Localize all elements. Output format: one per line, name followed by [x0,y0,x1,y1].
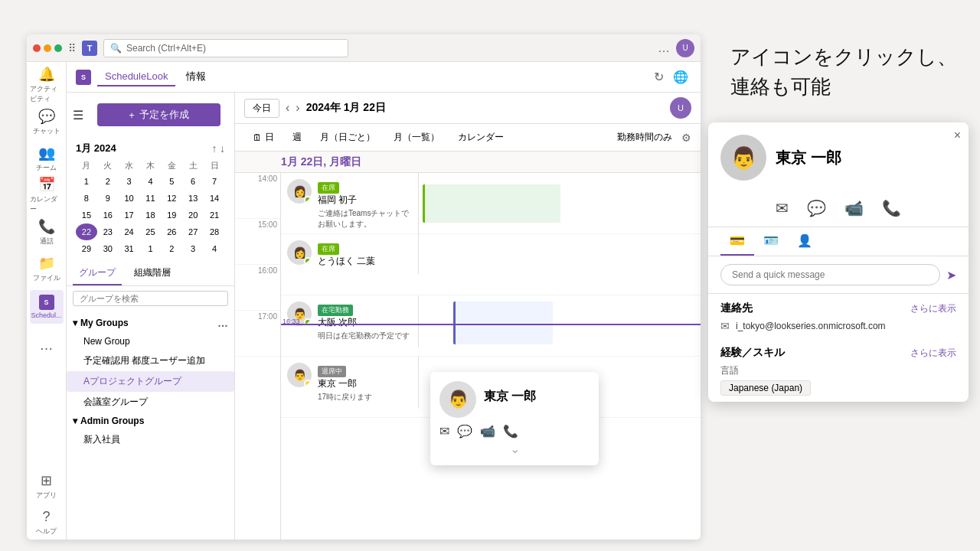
more-options-icon[interactable]: … [658,41,670,55]
cal-day-15[interactable]: 15 [76,207,97,223]
person-avatar-2[interactable]: 👩 [287,240,312,265]
pp-tab-person[interactable]: 👤 [788,227,822,256]
sidebar-item-teams[interactable]: 👥 チーム [30,142,64,175]
cal-day-29[interactable]: 29 [76,240,97,257]
tab-groups[interactable]: グループ [73,262,122,285]
hc-avatar[interactable]: 👨 [439,381,476,418]
cal-day-26[interactable]: 26 [161,223,182,240]
group-item-schedule-confirm[interactable]: 予定確認用 都度ユーザー追加 [67,350,234,371]
pp-call-icon[interactable]: 📞 [882,199,901,217]
event-block-3[interactable] [453,302,553,344]
sidebar-item-calendar[interactable]: 📅 カレンダー [30,178,64,212]
toolbar-avatar[interactable]: U [670,97,691,119]
cal-day-5[interactable]: 5 [161,173,182,190]
work-hours-button[interactable]: 勤務時間のみ [609,128,680,147]
cal-prev[interactable]: ↑ [211,142,217,155]
hc-call-icon[interactable]: 📞 [503,424,518,439]
my-groups-header[interactable]: ▾ My Groups … [67,314,234,332]
view-tab-month-list[interactable]: 月（一覧） [385,127,448,148]
search-groups-input[interactable] [73,291,228,306]
quick-message-input[interactable] [720,264,940,285]
cal-day-8[interactable]: 8 [76,190,97,207]
cal-day-10[interactable]: 10 [119,190,140,207]
cal-day-27[interactable]: 27 [182,223,204,240]
cal-day-31[interactable]: 31 [119,240,140,257]
person-avatar-4[interactable]: 👨 [287,363,312,387]
next-button[interactable]: › [296,101,299,115]
sidebar-item-calls[interactable]: 📞 通話 [30,215,64,249]
prev-button[interactable]: ‹ [286,101,289,115]
hc-video-icon[interactable]: 📹 [480,424,495,439]
pp-email-icon[interactable]: ✉ [776,199,789,217]
cal-day-2[interactable]: 2 [161,240,182,257]
view-tab-month-daily[interactable]: 月（日ごと） [312,127,384,148]
cal-day-3[interactable]: 3 [182,240,204,257]
cal-day-1[interactable]: 1 [76,173,97,190]
sidebar-item-files[interactable]: 📁 ファイル [30,252,64,285]
group-item-newcomers[interactable]: 新入社員 [67,429,234,450]
cal-day-22[interactable]: 22 [76,223,97,240]
maximize-dot[interactable] [54,44,62,52]
sidebar-item-activity[interactable]: 🔔 アクティビティ [30,68,64,102]
send-message-button[interactable]: ➤ [946,268,956,282]
pp-chat-icon[interactable]: 💬 [807,199,826,217]
person-avatar-1[interactable]: 👩 [287,179,312,204]
search-bar[interactable]: 🔍 Search (Ctrl+Alt+E) [103,39,348,57]
hamburger-icon[interactable]: ☰ [73,108,83,122]
sidebar-item-more[interactable]: … [30,328,64,362]
pp-tab-id[interactable]: 🪪 [754,227,788,256]
cal-day-23[interactable]: 23 [97,223,119,240]
pp-tab-card[interactable]: 💳 [720,227,754,256]
cal-day-28[interactable]: 28 [204,223,225,240]
sidebar-item-help[interactable]: ? ヘルプ [30,506,64,540]
cal-day-20[interactable]: 20 [182,207,204,223]
filter-icon[interactable]: ⚙ [681,132,691,144]
cal-day-13[interactable]: 13 [182,190,204,207]
tab-info[interactable]: 情報 [178,67,214,88]
admin-groups-header[interactable]: ▾ Admin Groups [67,412,234,429]
cal-day-19[interactable]: 19 [161,207,182,223]
cal-day-6[interactable]: 6 [182,173,204,190]
view-tab-week[interactable]: 週 [284,127,310,148]
cal-day-2[interactable]: 2 [97,173,119,190]
hc-email-icon[interactable]: ✉ [439,424,449,439]
pp-contact-more[interactable]: さらに表示 [910,302,956,315]
cal-day-17[interactable]: 17 [119,207,140,223]
profile-close-button[interactable]: × [954,129,961,142]
globe-icon[interactable]: 🌐 [673,70,688,84]
minimize-dot[interactable] [44,44,51,52]
today-button[interactable]: 今日 [244,99,279,118]
cal-next[interactable]: ↓ [220,142,225,155]
cal-day-4[interactable]: 4 [204,240,225,257]
cal-day-9[interactable]: 9 [97,190,119,207]
sidebar-item-schedulelook[interactable]: S Schedul... [30,290,64,324]
refresh-icon[interactable]: ↻ [654,70,664,84]
cal-day-25[interactable]: 25 [140,223,162,240]
user-avatar[interactable]: U [676,39,694,57]
tab-hierarchy[interactable]: 組織階層 [128,262,177,285]
pp-video-icon[interactable]: 📹 [844,199,864,217]
cal-day-1[interactable]: 1 [140,240,162,257]
hc-expand-icon[interactable]: ⌄ [439,442,590,456]
view-tab-calendar[interactable]: カレンダー [449,127,512,148]
cal-day-12[interactable]: 12 [161,190,182,207]
cal-day-24[interactable]: 24 [119,223,140,240]
cal-day-21[interactable]: 21 [204,207,225,223]
hc-chat-icon[interactable]: 💬 [457,424,472,439]
sidebar-item-apps[interactable]: ⊞ アプリ [30,469,64,503]
cal-day-18[interactable]: 18 [140,207,162,223]
group-item-new[interactable]: New Group [67,332,234,350]
sidebar-item-chat[interactable]: 💬 チャット [30,105,64,139]
group-item-meeting-room[interactable]: 会議室グループ [67,392,234,412]
cal-day-14[interactable]: 14 [204,190,225,207]
cal-day-11[interactable]: 11 [140,190,162,207]
view-tab-day[interactable]: 🗓 日 [244,127,283,148]
cal-day-7[interactable]: 7 [204,173,225,190]
group-item-project-a[interactable]: Aプロジェクトグループ [67,371,234,392]
tab-schedulelook[interactable]: ScheduleLook [97,67,175,86]
cal-day-16[interactable]: 16 [97,207,119,223]
close-dot[interactable] [33,44,41,52]
cal-day-3[interactable]: 3 [119,173,140,190]
cal-day-30[interactable]: 30 [97,240,119,257]
create-schedule-button[interactable]: + 予定を作成 [97,103,220,126]
